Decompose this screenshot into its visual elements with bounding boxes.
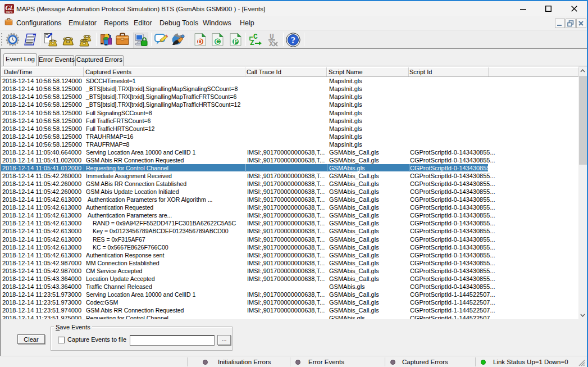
svg-text:Z: Z [250,39,254,47]
svg-text:X: X [269,40,274,47]
svg-text:D: D [198,38,202,45]
svg-text:P: P [234,38,238,45]
svg-text:C: C [215,38,220,45]
svg-text:?: ? [291,35,295,45]
